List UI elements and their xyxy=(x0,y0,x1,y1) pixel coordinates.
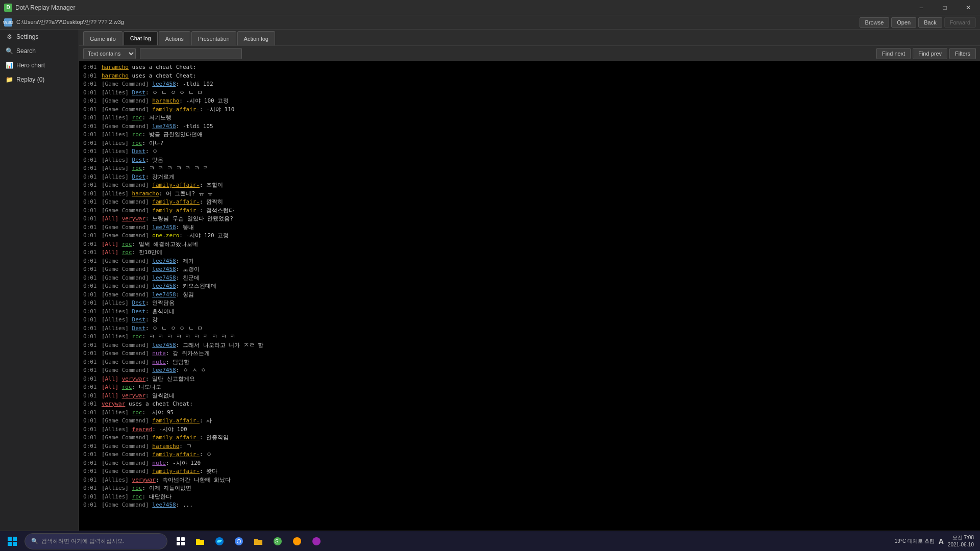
file-icon: W3G xyxy=(4,18,12,27)
log-line: 0:01[All] verywar: 일단 신고할게요 xyxy=(83,375,976,384)
log-message: [Game Command] family-affair-: 왓다 xyxy=(102,467,976,476)
svg-rect-0 xyxy=(8,537,12,541)
log-message: [Game Command] nute: -시야 120 xyxy=(102,459,976,468)
log-time: 0:01 xyxy=(83,181,97,190)
tabs-bar: Game info Chat log Actions Presentation … xyxy=(79,30,980,46)
log-time: 0:01 xyxy=(83,450,97,459)
svg-rect-4 xyxy=(177,537,180,541)
sidebar-spacer xyxy=(0,87,79,548)
log-time: 0:01 xyxy=(83,434,97,442)
log-message: [Game Command] family-affair-: -시야 110 xyxy=(102,106,976,114)
log-message: [Allies] Dest: 인짝담음 xyxy=(102,299,976,308)
log-time: 0:01 xyxy=(83,316,97,324)
log-line: 0:01[Game Command] family-affair-: 깜짝히 xyxy=(83,198,976,207)
filter-bar: Text containsText starts withText ends w… xyxy=(79,46,980,61)
log-line: 0:01[Game Command] lee7458: 제가 xyxy=(83,257,976,266)
log-time: 0:01 xyxy=(83,131,97,139)
back-button[interactable]: Back xyxy=(918,17,942,28)
log-time: 0:01 xyxy=(83,190,97,198)
log-time: 0:01 xyxy=(83,417,97,425)
sidebar-item-settings[interactable]: ⚙ Settings xyxy=(0,30,79,44)
tab-presentation[interactable]: Presentation xyxy=(191,31,236,45)
log-message: verywar uses a cheat Cheat: xyxy=(102,400,976,409)
log-line: 0:01[All] roc: 한10만에 xyxy=(83,248,976,257)
log-message: [All] roc: 벌써 해결하고왔나보네 xyxy=(102,240,976,249)
find-next-button[interactable]: Find next xyxy=(876,48,911,59)
tab-gameinfo[interactable]: Game info xyxy=(83,31,122,45)
log-line: 0:01[Allies] roc: 아나? xyxy=(83,139,976,148)
tab-actions[interactable]: Actions xyxy=(159,31,190,45)
tab-actionlog[interactable]: Action log xyxy=(237,31,275,45)
maximize-button[interactable]: □ xyxy=(933,0,957,15)
log-message: [Allies] roc: 저기노랭 xyxy=(102,114,976,122)
log-message: [Allies] Dest: 강 xyxy=(102,316,976,324)
sidebar-item-search[interactable]: 🔍 Search xyxy=(0,44,79,58)
filters-button[interactable]: Filters xyxy=(949,48,976,59)
log-line: 0:01[Game Command] family-affair-: 점석스럽다 xyxy=(83,207,976,215)
sidebar-search-label: Search xyxy=(16,47,36,55)
edge-icon[interactable] xyxy=(210,532,229,550)
log-line: 0:01[Allies] Dest: ㅇ ㄴ ㅇ ㅇ ㄴ ㅁ xyxy=(83,89,976,97)
replay-icon: 📁 xyxy=(5,76,13,84)
folder-icon[interactable] xyxy=(249,532,267,550)
taskbar-search[interactable]: 🔍 검색하려면 여기에 입력하십시오. xyxy=(24,533,167,549)
log-message: haramcho uses a cheat Cheat: xyxy=(102,72,976,81)
sidebar-settings-label: Settings xyxy=(16,33,38,40)
log-time: 0:01 xyxy=(83,72,97,81)
browse-button[interactable]: Browse xyxy=(860,17,890,28)
chat-log[interactable]: 0:01haramcho uses a cheat Cheat:0:01hara… xyxy=(79,61,980,551)
log-time: 0:01 xyxy=(83,89,97,97)
log-line: 0:01[Allies] Dest: 강 xyxy=(83,316,976,324)
open-button[interactable]: Open xyxy=(891,17,916,28)
app2-icon[interactable] xyxy=(288,532,306,550)
log-line: 0:01[Game Command] haramcho: ㄱ xyxy=(83,442,976,451)
svg-rect-6 xyxy=(177,542,180,545)
log-line: 0:01verywar uses a cheat Cheat: xyxy=(83,400,976,409)
log-message: [Allies] roc: 대답한다 xyxy=(102,493,976,502)
log-time: 0:01 xyxy=(83,442,97,451)
log-line: 0:01[Game Command] nute: -시야 120 xyxy=(83,459,976,468)
tab-chatlog[interactable]: Chat log xyxy=(124,31,158,45)
log-message: [Allies] roc: 아나? xyxy=(102,139,976,148)
filter-type-select[interactable]: Text containsText starts withText ends w… xyxy=(83,48,136,59)
log-time: 0:01 xyxy=(83,425,97,434)
log-time: 0:01 xyxy=(83,324,97,333)
log-line: 0:01[Allies] roc: 이제 지들이없면 xyxy=(83,484,976,493)
title-bar: D DotA Replay Manager – □ ✕ xyxy=(0,0,980,15)
log-line: 0:01[Game Command] lee7458: ㅇ ㅅ ㅇ xyxy=(83,366,976,375)
log-line: 0:01[Game Command] family-affair-: 안좋직임 xyxy=(83,434,976,442)
log-time: 0:01 xyxy=(83,383,97,392)
app1-icon[interactable]: S xyxy=(268,532,287,550)
log-message: [All] verywar: 열씩없네 xyxy=(102,392,976,400)
log-message: [Game Command] lee7458: ㅇ ㅅ ㅇ xyxy=(102,366,976,375)
log-line: 0:01[Allies] haramcho: 어 그랬네? ㅠ ㅠ xyxy=(83,190,976,198)
log-time: 0:01 xyxy=(83,265,97,274)
minimize-button[interactable]: – xyxy=(910,0,933,15)
log-message: [Game Command] nute: 딤딤함 xyxy=(102,358,976,367)
log-time: 0:01 xyxy=(83,366,97,375)
forward-button[interactable]: Forward xyxy=(944,17,976,28)
log-time: 0:01 xyxy=(83,97,97,106)
svg-point-11 xyxy=(237,540,240,543)
log-message: [Game Command] lee7458: 제가 xyxy=(102,257,976,266)
log-message: [Game Command] lee7458: -tldi 105 xyxy=(102,122,976,131)
sidebar-item-herochart[interactable]: 📊 Hero chart xyxy=(0,58,79,72)
filter-input[interactable] xyxy=(140,48,242,59)
taskview-icon[interactable] xyxy=(172,532,190,550)
log-line: 0:01[Allies] roc: -시야 95 xyxy=(83,409,976,417)
sidebar-item-replay[interactable]: 📁 Replay (0) xyxy=(0,72,79,87)
log-time: 0:01 xyxy=(83,282,97,291)
log-time: 0:01 xyxy=(83,484,97,493)
start-button[interactable] xyxy=(2,531,22,552)
log-time: 0:01 xyxy=(83,493,97,502)
clock: 오전 7:08 2021-06-10 xyxy=(948,534,974,548)
close-button[interactable]: ✕ xyxy=(957,0,980,15)
log-line: 0:01[Game Command] family-affair-: ㅇ xyxy=(83,450,976,459)
log-message: [Game Command] lee7458: 헝김 xyxy=(102,291,976,299)
app3-icon[interactable] xyxy=(307,532,326,550)
chrome-icon[interactable] xyxy=(230,532,248,550)
log-message: [All] roc: 한10만에 xyxy=(102,248,976,257)
log-time: 0:01 xyxy=(83,207,97,215)
find-prev-button[interactable]: Find prev xyxy=(913,48,947,59)
file-explorer-icon[interactable] xyxy=(191,532,209,550)
